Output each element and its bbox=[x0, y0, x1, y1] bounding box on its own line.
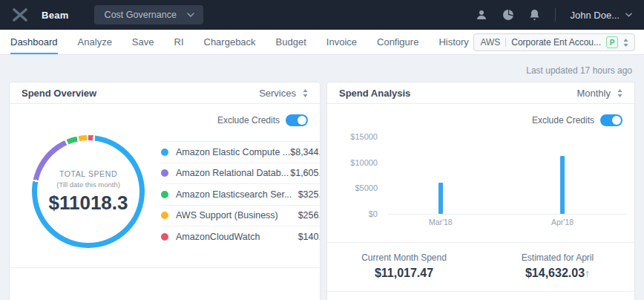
legend-service-amount: $1,605.88 bbox=[290, 168, 321, 178]
estimated-spend: Estimated for April $14,632.03↑ bbox=[481, 252, 634, 280]
legend-service-name: Amazon Elastic Compute ... bbox=[176, 147, 290, 157]
exclude-credits-label: Exclude Credits bbox=[217, 115, 280, 125]
spend-overview-card: Spend Overview Services Exclude Credits … bbox=[9, 82, 321, 300]
stat-value-text: $14,632.03 bbox=[525, 267, 585, 279]
spend-analysis-card: Spend Analysis Monthly Exclude Credits $… bbox=[326, 82, 635, 300]
card-title: Spend Analysis bbox=[339, 88, 410, 99]
select-arrows-icon bbox=[617, 89, 622, 97]
exclude-credits-toggle[interactable] bbox=[286, 114, 308, 126]
cost-governance-label: Cost Governance bbox=[105, 10, 177, 20]
page-content: Last updated 17 hours ago Spend Overview… bbox=[0, 65, 644, 300]
legend-service-amount: $8,344.88 bbox=[290, 147, 321, 157]
account-name: Corporate Ent Accou... bbox=[511, 37, 601, 48]
card-title: Spend Overview bbox=[22, 88, 96, 99]
tab-history[interactable]: History bbox=[438, 30, 468, 54]
stat-value: $11,017.47 bbox=[327, 267, 481, 280]
brand-x-logo-icon[interactable] bbox=[12, 7, 28, 22]
y-tick-label: $10000 bbox=[350, 158, 378, 167]
legend-item[interactable]: AmazonCloudWatch$140.79 bbox=[161, 226, 321, 247]
user-name: John Doe... bbox=[571, 10, 620, 21]
tab-invoice[interactable]: Invoice bbox=[326, 30, 357, 54]
main-nav: DashboardAnalyzeSaveRIChargebackBudgetIn… bbox=[0, 30, 644, 55]
spend-overview-header: Spend Overview Services bbox=[10, 82, 320, 104]
tab-configure[interactable]: Configure bbox=[377, 30, 418, 54]
legend-color-dot bbox=[161, 169, 168, 177]
services-filter-label: Services bbox=[259, 88, 296, 99]
exclude-credits-row: Exclude Credits bbox=[10, 104, 320, 126]
card-section-divider bbox=[10, 267, 320, 297]
legend-service-name: AmazonCloudWatch bbox=[176, 232, 260, 242]
y-axis-labels: $15000$10000$5000$0 bbox=[344, 132, 378, 218]
toggle-knob bbox=[612, 116, 621, 125]
legend-item[interactable]: AWS Support (Business)$256.61 bbox=[161, 205, 321, 226]
legend-color-dot bbox=[161, 149, 168, 156]
user-menu[interactable]: John Doe... bbox=[571, 10, 633, 21]
y-tick-label: $0 bbox=[369, 209, 378, 218]
cost-governance-dropdown[interactable]: Cost Governance bbox=[94, 5, 203, 25]
legend-service-name: Amazon Relational Datab... bbox=[176, 168, 289, 178]
topbar: Beam Cost Governance John Doe... bbox=[0, 0, 644, 30]
stat-value: $14,632.03↑ bbox=[481, 267, 634, 280]
select-arrows-icon bbox=[623, 39, 628, 47]
monthly-filter-dropdown[interactable]: Monthly bbox=[576, 88, 622, 99]
legend-service-amount: $140.79 bbox=[298, 232, 321, 242]
account-selector[interactable]: AWS Corporate Ent Accou... P bbox=[473, 33, 635, 51]
current-month-spend: Current Month Spend $11,017.47 bbox=[327, 252, 481, 280]
topbar-right: John Doe... bbox=[476, 8, 633, 22]
last-updated: Last updated 17 hours ago bbox=[9, 65, 632, 76]
legend-service-amount: $256.61 bbox=[298, 210, 321, 221]
x-tick-label: Mar'18 bbox=[429, 218, 453, 226]
app-root: Beam Cost Governance John Doe... bbox=[0, 0, 644, 300]
tab-ri[interactable]: RI bbox=[174, 30, 184, 54]
account-separator bbox=[505, 38, 506, 47]
account-provider: AWS bbox=[480, 37, 500, 48]
spend-analysis-header: Spend Analysis Monthly bbox=[327, 82, 634, 104]
product-name: Beam bbox=[42, 10, 69, 21]
legend-item[interactable]: Amazon Elastic Compute ...$8,344.88 bbox=[161, 141, 321, 163]
trend-up-arrow-icon: ↑ bbox=[585, 267, 590, 279]
tab-dashboard[interactable]: Dashboard bbox=[10, 30, 58, 54]
service-legend: Amazon Elastic Compute ...$8,344.88Amazo… bbox=[161, 141, 321, 247]
legend-color-dot bbox=[161, 212, 168, 219]
payer-badge: P bbox=[606, 36, 618, 48]
bell-icon[interactable] bbox=[529, 9, 540, 21]
legend-color-dot bbox=[161, 233, 168, 241]
chevron-down-icon bbox=[187, 13, 194, 17]
bar-plot-area: Mar'18Apr'18 bbox=[388, 135, 627, 215]
y-tick-label: $15000 bbox=[350, 132, 378, 141]
legend-service-amount: $325.83 bbox=[298, 189, 321, 200]
legend-item[interactable]: Amazon Relational Datab...$1,605.88 bbox=[161, 163, 321, 184]
tab-chargeback[interactable]: Chargeback bbox=[204, 30, 256, 54]
total-spend-sublabel: (Till date this month) bbox=[56, 180, 120, 189]
x-tick-label: Apr'18 bbox=[551, 218, 574, 226]
toggle-knob bbox=[298, 116, 306, 125]
stat-label: Current Month Spend bbox=[327, 252, 481, 263]
dashboard-cards: Spend Overview Services Exclude Credits … bbox=[9, 82, 635, 300]
legend-item[interactable]: Amazon Elasticsearch Ser...$325.83 bbox=[161, 183, 321, 205]
tab-analyze[interactable]: Analyze bbox=[78, 30, 112, 54]
nav-tabs: DashboardAnalyzeSaveRIChargebackBudgetIn… bbox=[10, 30, 469, 54]
spend-stats-row: Current Month Spend $11,017.47 Estimated… bbox=[327, 242, 634, 292]
spend-bar[interactable] bbox=[438, 183, 443, 214]
tab-save[interactable]: Save bbox=[132, 30, 154, 54]
topbar-divider bbox=[555, 8, 556, 22]
exclude-credits-row: Exclude Credits bbox=[327, 104, 634, 126]
monthly-filter-label: Monthly bbox=[576, 88, 611, 99]
y-tick-label: $5000 bbox=[355, 183, 378, 192]
legend-color-dot bbox=[161, 191, 168, 198]
spend-bar[interactable] bbox=[560, 156, 565, 214]
select-arrows-icon bbox=[303, 89, 308, 97]
donut-center: TOTAL SPEND (Till date this month) $1101… bbox=[32, 135, 145, 248]
services-filter-dropdown[interactable]: Services bbox=[259, 88, 308, 99]
spend-donut-chart[interactable]: TOTAL SPEND (Till date this month) $1101… bbox=[32, 135, 145, 248]
user-icon[interactable] bbox=[476, 9, 487, 21]
stat-label: Estimated for April bbox=[481, 252, 634, 263]
exclude-credits-toggle[interactable] bbox=[600, 114, 622, 126]
tab-budget[interactable]: Budget bbox=[276, 30, 306, 54]
pie-chart-icon[interactable] bbox=[502, 9, 514, 21]
legend-service-name: AWS Support (Business) bbox=[176, 210, 278, 221]
spend-overview-body: TOTAL SPEND (Till date this month) $1101… bbox=[10, 126, 320, 248]
legend-service-name: Amazon Elasticsearch Ser... bbox=[176, 189, 292, 200]
exclude-credits-label: Exclude Credits bbox=[532, 115, 594, 125]
spend-bar-chart: $15000$10000$5000$0 Mar'18Apr'18 bbox=[327, 126, 634, 218]
